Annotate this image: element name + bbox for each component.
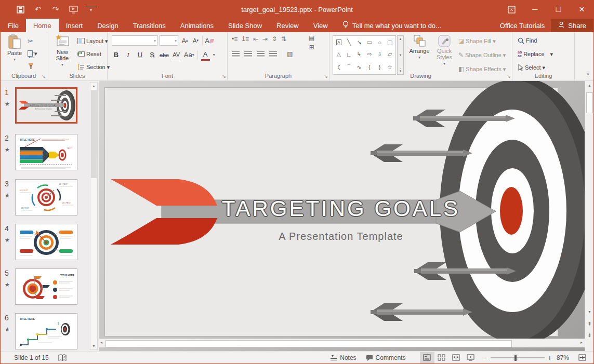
strikethrough-button[interactable]: abc	[160, 50, 169, 60]
select-button[interactable]: Select▾	[518, 62, 553, 73]
shape-arrow-icon[interactable]: ↘	[357, 39, 362, 46]
panel-scrollbar-thumb[interactable]	[91, 90, 97, 178]
thumbnail-panel-scrollbar[interactable]: ▴ ▾	[90, 82, 98, 350]
cut-button[interactable]: ✂	[28, 35, 37, 47]
replace-button[interactable]: abacReplace▾	[518, 48, 553, 60]
slide-editing-area[interactable]: TARGETING GOALS A Presentation Template …	[99, 81, 585, 351]
zoom-level[interactable]: 87%	[552, 352, 574, 364]
shape-outline-button[interactable]: ✎Shape Outline▾	[458, 49, 506, 61]
shapes-scroll-up-icon[interactable]: ▴	[400, 37, 402, 41]
shape-rectangle-icon[interactable]: ▭	[367, 39, 372, 46]
drawing-dialog-launcher-icon[interactable]: ↘	[507, 74, 511, 79]
comments-button[interactable]: Comments	[361, 352, 411, 364]
increase-font-size-button[interactable]: A▴	[180, 35, 189, 46]
reading-view-button[interactable]	[449, 352, 464, 363]
zoom-slider[interactable]	[491, 357, 545, 358]
slide-5-thumbnail[interactable]: TITLE HERE	[15, 268, 77, 305]
line-spacing-button[interactable]: ⇕	[272, 35, 277, 43]
tab-home[interactable]: Home	[26, 19, 59, 32]
maximize-button[interactable]: □	[547, 0, 570, 19]
tab-review[interactable]: Review	[269, 19, 306, 32]
slide-indicator[interactable]: Slide 1 of 15	[1, 352, 54, 364]
scroll-right-icon[interactable]: ▸	[580, 340, 583, 345]
shape-block-arrow-right-icon[interactable]: ⇨	[367, 51, 372, 58]
quick-styles-button[interactable]: Quick Styles ▾	[432, 34, 456, 67]
shape-block-arrow-down-icon[interactable]: ⇩	[377, 51, 382, 58]
office-tutorials-button[interactable]: Office Tutorials	[494, 19, 551, 32]
align-left-button[interactable]	[232, 51, 240, 57]
tell-me-box[interactable]: Tell me what you want to do...	[335, 19, 448, 32]
tab-insert[interactable]: Insert	[59, 19, 90, 32]
panel-scroll-up-icon[interactable]: ▴	[90, 84, 97, 88]
font-color-caret-icon[interactable]: ▾	[213, 52, 215, 57]
scroll-up-icon[interactable]: ▴	[585, 83, 594, 88]
new-slide-button[interactable]: New Slide ▾	[50, 34, 74, 68]
shape-left-brace-icon[interactable]: {	[368, 64, 371, 70]
shapes-scroll-down-icon[interactable]: ▾	[400, 53, 402, 57]
shape-elbow-icon[interactable]: ∟	[346, 51, 352, 58]
change-case-button[interactable]: Aa▾	[184, 50, 194, 60]
font-name-combobox[interactable]: ▾	[112, 35, 157, 46]
paragraph-dialog-launcher-icon[interactable]: ↘	[324, 74, 328, 79]
shape-elbow-arrow-icon[interactable]: ↳	[357, 51, 362, 58]
shape-freeform-icon[interactable]: ζ	[337, 64, 340, 70]
shape-curve-icon[interactable]: ∿	[357, 64, 362, 71]
tab-design[interactable]: Design	[90, 19, 125, 32]
vertical-scrollbar[interactable]: ▴ ▾ ⇞ ⇟	[585, 81, 594, 351]
vertical-scrollbar-thumb[interactable]	[586, 92, 593, 113]
ribbon-display-options-icon[interactable]	[500, 0, 523, 19]
font-size-combobox[interactable]: ▾	[160, 35, 178, 46]
slide-4-thumbnail[interactable]	[15, 224, 77, 260]
bullets-button[interactable]: •≡	[232, 35, 237, 43]
tab-animations[interactable]: Animations	[173, 19, 221, 32]
slide-sorter-view-button[interactable]	[434, 352, 449, 363]
reset-button[interactable]: Reset	[77, 48, 110, 60]
zoom-out-button[interactable]: −	[483, 354, 487, 362]
normal-view-button[interactable]	[420, 352, 434, 363]
shape-star-icon[interactable]: ☆	[387, 64, 392, 71]
shape-fill-button[interactable]: ◪Shape Fill▾	[458, 35, 506, 47]
slide-6-thumbnail[interactable]: TITLE HERE	[15, 313, 77, 349]
save-icon[interactable]	[15, 4, 25, 15]
shape-rounded-rectangle-icon[interactable]: ▢	[387, 39, 392, 46]
font-dialog-launcher-icon[interactable]: ↘	[222, 74, 226, 79]
horizontal-scrollbar-thumb[interactable]	[105, 340, 512, 347]
shape-textbox-icon[interactable]: A	[336, 39, 341, 45]
slide-subtitle-text[interactable]: A Presentation Template	[182, 231, 499, 242]
underline-button[interactable]: U	[136, 50, 144, 60]
slide-title-text[interactable]: TARGETING GOALS	[182, 196, 499, 221]
font-color-button[interactable]: A	[201, 49, 210, 61]
clipboard-dialog-launcher-icon[interactable]: ↘	[42, 74, 46, 79]
slide-show-button[interactable]	[464, 352, 478, 363]
scroll-down-icon[interactable]: ▾	[585, 309, 594, 314]
clear-formatting-button[interactable]: A	[205, 35, 214, 46]
arrange-button[interactable]: Arrange ▾	[407, 34, 431, 61]
fit-slide-to-window-button[interactable]	[574, 352, 593, 364]
slide-3-thumbnail[interactable]: 01 | TEXT 02 | TEXT 03 | TEXT 04 | TEXT	[15, 179, 77, 215]
increase-indent-button[interactable]: ⇥	[262, 35, 268, 43]
slide-2-thumbnail[interactable]: TITLE HERE TEXT	[15, 134, 77, 170]
start-from-beginning-icon[interactable]	[68, 4, 78, 15]
notes-button[interactable]: Notes	[325, 352, 361, 364]
zoom-in-button[interactable]: +	[548, 354, 552, 362]
paste-button[interactable]: Paste ▾	[3, 34, 27, 63]
zoom-slider-thumb[interactable]	[514, 355, 517, 361]
scroll-left-icon[interactable]: ◂	[100, 340, 102, 345]
slide-1-thumbnail[interactable]: TARGETING GOALS A Presentation Template	[15, 87, 77, 124]
convert-to-smartart-button[interactable]: ⊞	[309, 44, 314, 51]
shape-flowchart-icon[interactable]: ▱	[388, 51, 392, 58]
tab-slide-show[interactable]: Slide Show	[221, 19, 269, 32]
horizontal-scrollbar[interactable]: ◂ ▸	[99, 339, 585, 347]
redo-icon[interactable]: ↷	[50, 4, 61, 15]
decrease-indent-button[interactable]: ⇤	[253, 35, 258, 43]
shape-right-brace-icon[interactable]: }	[379, 64, 381, 70]
shapes-gallery[interactable]: A ╲ ↘ ▭ ○ ▢ △ ∟ ↳ ⇨ ⇩ ▱ ζ ⌒ ∿ { } ☆	[333, 35, 396, 75]
text-shadow-button[interactable]: S	[148, 50, 156, 60]
tab-transitions[interactable]: Transitions	[126, 19, 173, 32]
shape-triangle-icon[interactable]: △	[337, 51, 341, 58]
close-button[interactable]: ×	[570, 0, 593, 19]
justify-button[interactable]	[269, 51, 277, 57]
text-direction-button[interactable]: ⇅	[281, 35, 286, 43]
shape-oval-icon[interactable]: ○	[378, 39, 381, 46]
previous-slide-button[interactable]: ⇞	[585, 321, 594, 327]
